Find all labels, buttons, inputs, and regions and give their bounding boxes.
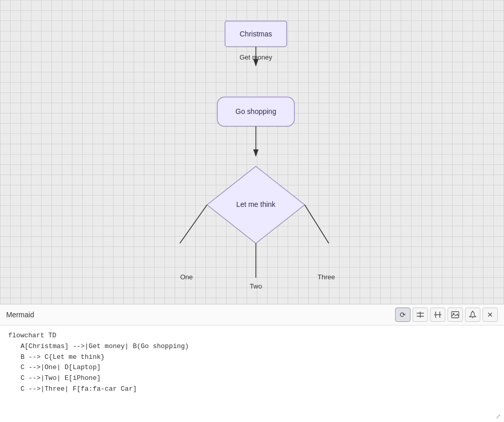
panel-toolbar: Mermaid ⟳ ✕ [0,304,504,325]
code-line-4: C -->|One| D[Laptop] [8,362,496,373]
panel-title: Mermaid [6,311,34,319]
image-icon [451,311,459,318]
align-h-button[interactable] [413,308,428,322]
pin-icon [469,311,476,319]
edge-a-b-label: Get money [239,53,272,61]
image-button[interactable] [447,308,463,322]
bottom-panel: Mermaid ⟳ ✕ flowchart TD A[Christmas] --… [0,304,504,422]
edge-c-one [180,205,207,243]
code-line-6: C -->|Three| F[fa:fa-car Car] [8,384,496,395]
node-christmas-label: Christmas [239,30,272,38]
pin-button[interactable] [465,308,480,322]
refresh-button[interactable]: ⟳ [395,308,410,322]
edge-c-three [305,205,329,243]
panel-actions: ⟳ ✕ [395,308,498,322]
node-go-shopping-label: Go shopping [235,107,276,116]
node-let-me-think-label: Let me think [236,200,276,208]
edge-c-one-label: One [180,273,193,281]
align-v-icon [434,311,442,318]
code-line-2: A[Christmas] -->|Get money| B(Go shoppin… [8,341,496,352]
edge-c-two-label: Two [250,282,262,290]
align-v-button[interactable] [430,308,445,322]
align-h-icon [416,311,424,318]
code-line-3: B --> C{Let me think} [8,352,496,363]
code-line-5: C -->|Two| E[iPhone] [8,373,496,384]
edge-c-three-label: Three [318,273,335,281]
flowchart-svg: Christmas Get money Go shopping Let me t… [0,0,504,304]
code-line-1: flowchart TD [8,332,57,339]
panel-code: flowchart TD A[Christmas] -->|Get money|… [0,325,504,422]
diagram-area: Christmas Get money Go shopping Let me t… [0,0,504,304]
resize-handle[interactable]: ⤢ [496,413,501,420]
close-button[interactable]: ✕ [482,308,498,322]
